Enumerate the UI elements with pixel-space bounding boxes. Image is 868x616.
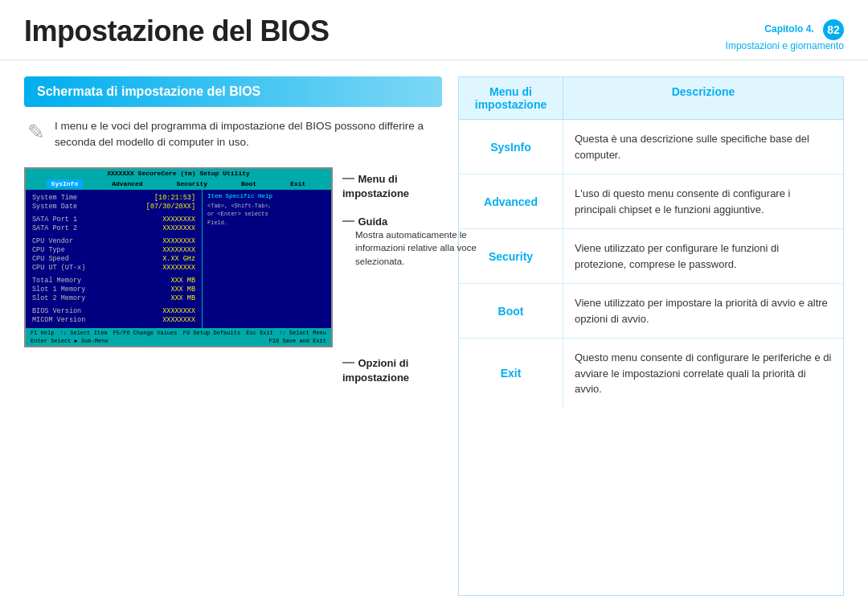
table-row: SysInfo Questa è una descrizione sulle s…: [459, 120, 843, 175]
description-boot: Viene utilizzato per impostare la priori…: [563, 284, 843, 338]
menu-item-advanced: Advanced: [459, 175, 563, 228]
bios-key-f9: F9 Setup Defaults: [183, 330, 240, 336]
menu-item-sysinfo: SysInfo: [459, 120, 563, 174]
bios-nav-boot: Boot: [236, 179, 261, 188]
bios-key-f10: F10 Save and Exit: [269, 338, 326, 344]
description-security: Viene utilizzato per configurare le funz…: [563, 229, 843, 283]
bios-key-enter: Enter Select ▶ Sub-Menu: [31, 338, 108, 344]
bios-nav-sysinfo: SysInfo: [47, 179, 84, 188]
table-row: Exit Questo menu consente di configurare…: [459, 339, 843, 409]
left-column: Schermata di impostazione del BIOS ✎ I m…: [24, 76, 442, 596]
guida-label: Guida: [358, 216, 387, 228]
page-header: Impostazione del BIOS Capitolo 4. 82 Imp…: [0, 0, 868, 60]
bios-row: Slot 1 MemoryXXX MB: [32, 285, 195, 294]
bios-main-area: System Time[10:21:53] System Date[07/30/…: [26, 190, 331, 328]
bios-row: BIOS VersionXXXXXXXX: [32, 307, 195, 315]
bios-row: System Date[07/30/20XX]: [32, 203, 195, 211]
arrow-line-menu: [342, 178, 354, 179]
bios-row: SATA Port 1XXXXXXXX: [32, 216, 195, 224]
bios-nav-bar: SysInfo Advanced Security Boot Exit: [26, 178, 331, 190]
table-header: Menu di impostazione Descrizione: [459, 77, 843, 120]
menu-item-boot: Boot: [459, 284, 563, 338]
guida-body: Mostra automaticamente le informazioni r…: [355, 228, 480, 269]
main-content: Schermata di impostazione del BIOS ✎ I m…: [0, 60, 868, 612]
opzioni-label: Opzioni di impostazione: [342, 357, 409, 384]
bios-row: SATA Port 2XXXXXXXX: [32, 224, 195, 232]
right-column-table: Menu di impostazione Descrizione SysInfo…: [458, 76, 844, 596]
arrow-line-opzioni: [342, 362, 354, 363]
bios-row: CPU SpeedX.XX GHz: [32, 255, 195, 263]
bios-key-arrows: ↑↓ Select Item: [60, 330, 108, 336]
description-sysinfo: Questa è una descrizione sulle specifich…: [563, 120, 843, 174]
bios-left-panel: System Time[10:21:53] System Date[07/30/…: [26, 190, 203, 328]
bios-key-f5f6: F5/F6 Change Values: [113, 330, 178, 336]
bios-bottom-bar: F1 Help ↑↓ Select Item F5/F6 Change Valu…: [26, 328, 331, 346]
info-text: I menu e le voci del programma di impost…: [55, 118, 439, 151]
table-row: Boot Viene utilizzato per impostare la p…: [459, 284, 843, 339]
info-icon: ✎: [27, 120, 45, 145]
chapter-sublabel: Impostazioni e giornamento: [726, 40, 844, 51]
arrow-line-guida: [342, 220, 354, 222]
description-exit: Questo menu consente di configurare le p…: [563, 339, 843, 409]
table-row: Security Viene utilizzato per configurar…: [459, 229, 843, 284]
section-title: Schermata di impostazione del BIOS: [24, 76, 442, 107]
bios-row: CPU TypeXXXXXXXX: [32, 246, 195, 254]
table-row: Advanced L'uso di questo menu consente d…: [459, 175, 843, 229]
bios-row: System Time[10:21:53]: [32, 194, 195, 202]
bios-row: Slot 2 MemoryXXX MB: [32, 294, 195, 302]
menu-item-exit: Exit: [459, 339, 563, 409]
chapter-info: Capitolo 4. 82 Impostazioni e giornament…: [726, 14, 844, 51]
chapter-label: Capitolo 4.: [764, 23, 813, 35]
bios-row: CPU VendorXXXXXXXX: [32, 237, 195, 245]
description-advanced: L'uso di questo menu consente di configu…: [563, 175, 843, 228]
bios-help-content: <Tab>, <Shift-Tab>,or <Enter> selectsFie…: [207, 202, 326, 228]
page-number: 82: [823, 19, 844, 40]
bios-title-bar: XXXXXXX SecureCore (tm) Setup Utility: [26, 169, 331, 178]
bios-key-f1: F1 Help: [31, 330, 54, 336]
menu-di-label: Menu di impostazione: [342, 173, 409, 199]
bios-row: MICOM VersionXXXXXXXX: [32, 316, 195, 324]
bios-screen: XXXXXXX SecureCore (tm) Setup Utility Sy…: [24, 167, 333, 347]
bios-nav-exit: Exit: [285, 179, 310, 188]
info-box: ✎ I menu e le voci del programma di impo…: [24, 118, 442, 151]
page-title: Impostazione del BIOS: [24, 14, 330, 48]
bios-key-esc: Esc Exit: [246, 330, 273, 336]
bios-screenshot-area: XXXXXXX SecureCore (tm) Setup Utility Sy…: [24, 167, 442, 392]
bios-key-menu: ↑↓ Select Menu: [279, 330, 326, 336]
callout-labels: Menu di impostazione Guida Mostra automa…: [342, 167, 442, 392]
callout-guida-label: Guida: [342, 214, 387, 228]
table-header-col2: Descrizione: [563, 77, 843, 119]
bios-row: Total MemoryXXX MB: [32, 277, 195, 285]
bios-right-panel: Item Specific Help <Tab>, <Shift-Tab>,or…: [203, 190, 331, 328]
callout-opzioni-label: Opzioni di impostazione: [342, 355, 442, 384]
table-header-col1: Menu di impostazione: [459, 77, 563, 119]
bios-help-title: Item Specific Help: [207, 193, 326, 199]
bios-nav-advanced: Advanced: [107, 179, 147, 188]
bios-nav-security: Security: [172, 179, 212, 188]
bios-row: CPU UT (UT-x)XXXXXXXX: [32, 264, 195, 272]
callout-menu-label: Menu di impostazione: [342, 171, 442, 200]
